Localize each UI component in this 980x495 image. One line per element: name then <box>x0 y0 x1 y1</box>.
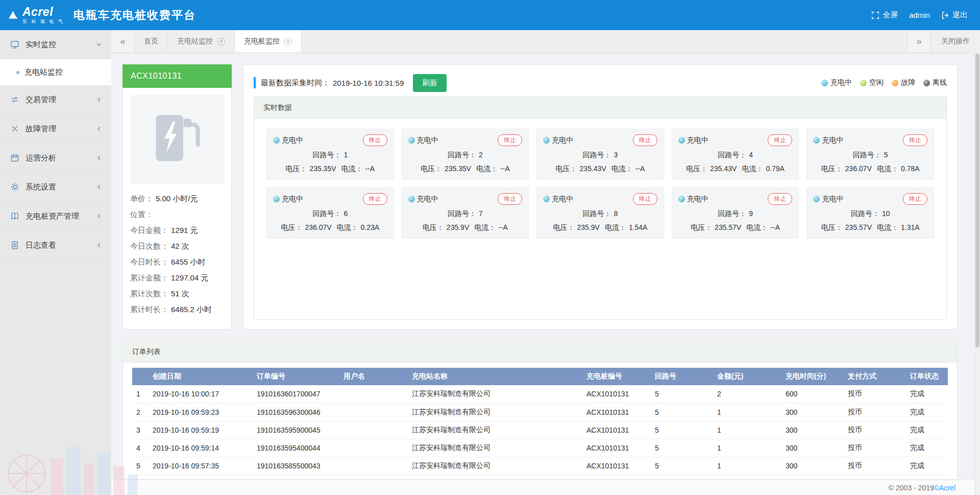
current-label: 电流： <box>337 223 358 231</box>
order-row[interactable]: 5 2019-10-16 09:57:35 1910163585500043 江… <box>132 457 948 475</box>
close-operations-menu[interactable]: 关闭操作 <box>930 30 980 53</box>
scrollbar-thumb[interactable] <box>975 54 979 347</box>
voltage-value: 235.9V <box>577 223 600 231</box>
vertical-scrollbar[interactable] <box>974 30 980 495</box>
cell-charge-minutes: 300 <box>781 421 844 439</box>
tab-pile-monitor[interactable]: 充电桩监控 <box>235 30 302 53</box>
sidebar-item-label: 故障管理 <box>26 124 96 134</box>
cell-circuit-no: 5 <box>651 403 713 421</box>
logo-main-text: Acrel <box>22 6 64 18</box>
fullscreen-button[interactable]: 全屏 <box>871 10 898 20</box>
stop-button[interactable]: 终止 <box>498 134 522 146</box>
tabs-scroll-left-button[interactable] <box>111 30 135 53</box>
voltage-value: 235.35V <box>309 164 336 173</box>
logout-label: 退出 <box>952 10 968 20</box>
voltage-value: 236.07V <box>845 164 872 173</box>
stop-button[interactable]: 终止 <box>903 134 927 146</box>
pile-icon-box <box>130 95 224 184</box>
close-icon[interactable] <box>217 38 225 45</box>
calendar-icon <box>10 153 19 162</box>
sidebar-subitem-station-monitor[interactable]: 充电站监控 <box>0 59 111 85</box>
circuit-card-grid: 充电中终止 回路号：1 电压：235.35V电流：--A 充电中终止 回路号：2… <box>254 119 946 249</box>
main-content: ACX1010131 单价：5.00 小时/元 位置： 今日金额：1291 元 … <box>111 53 980 495</box>
cell-username <box>339 403 408 421</box>
circuit-label: 回路号： <box>312 209 341 218</box>
column-username: 用户名 <box>339 368 408 385</box>
tab-home[interactable]: 首页 <box>135 30 168 53</box>
idle-status-icon <box>860 80 867 86</box>
stop-button[interactable]: 终止 <box>768 193 792 205</box>
order-row[interactable]: 3 2019-10-16 09:59:19 1910163595900045 江… <box>132 421 948 439</box>
sidebar-item-log-view[interactable]: 日志查看 <box>0 231 111 260</box>
order-row[interactable]: 1 2019-10-16 10:00:17 1910163601700047 江… <box>132 385 948 403</box>
stop-button[interactable]: 终止 <box>633 193 657 205</box>
voltage-label: 电压： <box>281 223 302 231</box>
cell-order-status: 完成 <box>906 385 948 403</box>
cell-order-status: 完成 <box>906 457 948 475</box>
current-value: 0.79A <box>766 164 785 173</box>
charging-status-icon <box>408 137 415 144</box>
chevron-left-icon <box>96 97 102 103</box>
chevron-down-icon <box>96 41 102 48</box>
device-stat-row: 单价：5.00 小时/元 <box>130 191 224 206</box>
stat-value: 6455 小时 <box>171 257 206 266</box>
current-value: 1.54A <box>629 223 648 231</box>
stop-button[interactable]: 终止 <box>363 193 387 205</box>
voltage-label: 电压： <box>423 223 444 231</box>
circuit-number-line: 回路号：2 <box>408 151 523 160</box>
user-menu[interactable]: admin <box>909 11 930 19</box>
brand-link[interactable]: ©Acrel <box>934 484 955 492</box>
cell-index: 4 <box>132 439 149 457</box>
pile-id-header: ACX1010131 <box>122 64 232 88</box>
column-pay-method: 支付方式 <box>844 368 906 385</box>
cell-order-status: 完成 <box>906 403 948 421</box>
close-icon[interactable] <box>284 38 292 45</box>
cell-create-date: 2019-10-16 09:57:35 <box>149 457 253 475</box>
voltage-label: 电压： <box>691 223 712 231</box>
sidebar-item-realtime-monitor[interactable]: 实时监控 <box>0 30 111 59</box>
column-index <box>132 368 149 385</box>
circuit-label: 回路号： <box>851 209 879 218</box>
logout-button[interactable]: 退出 <box>941 10 968 20</box>
voltage-label: 电压： <box>421 164 442 173</box>
refresh-button[interactable]: 刷新 <box>413 74 447 92</box>
sidebar-item-trade-management[interactable]: 交易管理 <box>0 85 111 114</box>
charging-status-icon <box>408 196 415 202</box>
sidebar-item-system-settings[interactable]: 系统设置 <box>0 173 111 202</box>
card-status: 充电中 <box>543 195 573 204</box>
sidebar-item-fault-management[interactable]: 故障管理 <box>0 114 111 144</box>
sidebar-item-pile-asset-management[interactable]: 充电桩资产管理 <box>0 202 111 231</box>
sidebar-item-operation-analysis[interactable]: 运营分析 <box>0 144 111 173</box>
voltage-label: 电压： <box>285 164 307 173</box>
circuit-number-line: 回路号：10 <box>813 209 927 219</box>
order-row[interactable]: 2 2019-10-16 09:59:23 1910163596300046 江… <box>132 403 948 421</box>
current-value: 0.23A <box>361 223 380 231</box>
header-actions: 全屏 admin 退出 <box>871 10 980 20</box>
voltage-current-line: 电压：235.35V电流：--A <box>408 164 523 174</box>
voltage-label: 电压： <box>821 223 843 231</box>
stop-button[interactable]: 终止 <box>498 193 522 205</box>
stat-value: 42 次 <box>171 242 189 250</box>
cell-pile-no: ACX1010131 <box>582 439 651 457</box>
brand-logo[interactable]: Acrel 安 科 瑞 电 气 <box>0 6 64 24</box>
tab-station-monitor[interactable]: 充电站监控 <box>168 30 235 53</box>
circuit-label: 回路号： <box>583 209 611 218</box>
cell-pile-no: ACX1010131 <box>582 457 651 475</box>
stop-button[interactable]: 终止 <box>363 134 387 146</box>
circuit-card: 充电中终止 回路号：9 电压：235.57V电流：--A <box>672 187 799 239</box>
legend-label: 故障 <box>901 78 915 87</box>
charging-status-icon <box>678 196 685 202</box>
cell-charge-minutes: 300 <box>781 439 844 457</box>
circuit-label: 回路号： <box>853 151 881 159</box>
cell-amount: 1 <box>713 403 781 421</box>
current-label: 电流： <box>611 164 633 173</box>
stop-button[interactable]: 终止 <box>633 134 657 146</box>
card-status: 充电中 <box>678 136 708 145</box>
order-row[interactable]: 4 2019-10-16 09:59:14 1910163595400044 江… <box>132 439 948 457</box>
circuit-number-line: 回路号：9 <box>678 209 793 219</box>
stop-button[interactable]: 终止 <box>903 193 927 205</box>
copyright-text: © 2003 - 2019 <box>889 484 934 492</box>
tabs-scroll-right-button[interactable] <box>907 30 930 53</box>
double-chevron-right-icon <box>916 36 921 47</box>
stop-button[interactable]: 终止 <box>768 134 792 146</box>
